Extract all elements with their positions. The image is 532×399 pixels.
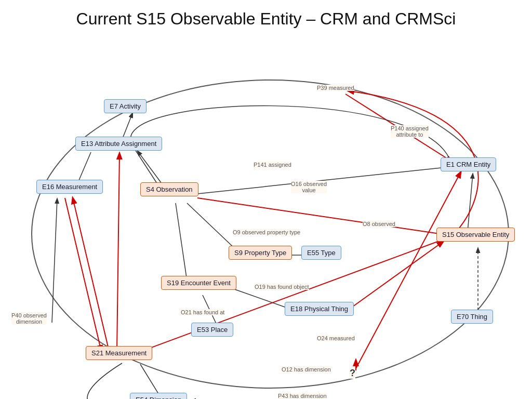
node-s4: S4 Observation [140,182,198,196]
label-o8: O8 observed [363,221,395,227]
label-o19: O19 has found object [255,284,309,290]
label-o24: O24 measured [317,335,355,341]
label-o16: O16 observed value [291,181,327,193]
page-title: Current S15 Observable Entity – CRM and … [0,0,532,33]
node-e55: E55 Type [301,246,341,260]
label-p140: P140 assigned attribute to [391,125,429,138]
label-p40: P40 observed dimension [11,312,47,325]
svg-line-11 [65,198,101,351]
svg-line-15 [347,242,443,311]
svg-line-8 [176,203,187,281]
diagram: E7 Activity E13 Attribute Assignment E16… [0,33,532,396]
svg-line-20 [351,172,461,378]
node-s19: S19 Encounter Event [161,276,236,290]
label-question: ? [350,368,355,379]
arrows-svg [0,33,532,396]
node-e1: E1 CRM Entity [441,157,496,171]
node-e18: E18 Physical Thing [285,302,354,316]
svg-line-6 [187,203,239,252]
svg-line-22 [52,199,57,323]
label-o12: O12 has dimension [282,366,331,373]
node-e13: E13 Attribute Assignment [75,137,162,151]
node-s15: S15 Observable Entity [436,228,515,242]
label-p43: P43 has dimension [278,393,327,399]
node-s21: S21 Measurement [86,346,152,360]
node-e53: E53 Place [191,323,233,337]
svg-line-13 [117,153,119,351]
label-o9: O9 observed property type [233,229,300,235]
node-e70: E70 Thing [451,310,493,324]
node-e54: E54 Dimension [130,393,187,399]
node-s9: S9 Property Type [229,246,292,260]
node-e7: E7 Activity [104,99,147,113]
label-p39: P39 measured [317,85,354,91]
svg-line-12 [73,198,109,351]
node-e16: E16 Measurement [36,180,103,194]
svg-line-16 [468,174,473,232]
label-p141: P141 assigned [254,162,291,168]
label-o21: O21 has found at [181,309,224,315]
